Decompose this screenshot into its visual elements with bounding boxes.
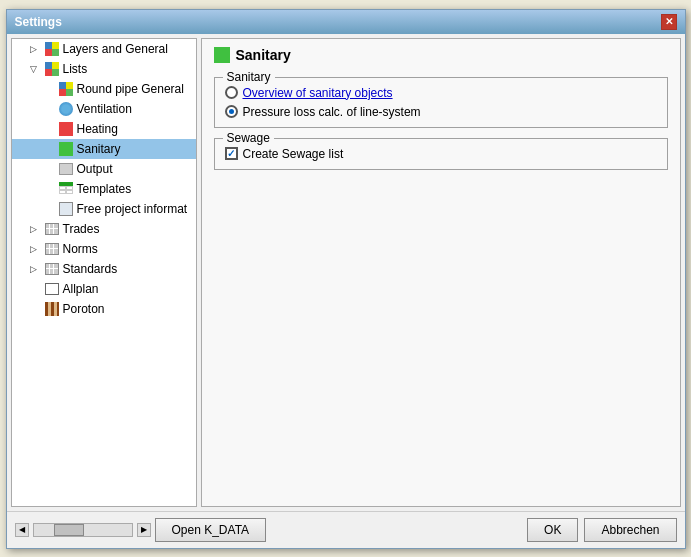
- title-bar: Settings ✕: [7, 10, 685, 34]
- tree-item-output[interactable]: Output: [12, 159, 196, 179]
- standards-icon: [44, 261, 60, 277]
- radio-pressure[interactable]: Pressure loss calc. of line-system: [225, 105, 657, 119]
- settings-dialog: Settings ✕ ▷ Layers and General ▽ Lists: [6, 9, 686, 549]
- tree-item-freeproject[interactable]: Free project informat: [12, 199, 196, 219]
- content-panel: Sanitary Sanitary Overview of sanitary o…: [201, 38, 681, 507]
- templates-icon: [58, 181, 74, 197]
- dialog-body: ▷ Layers and General ▽ Lists R: [7, 34, 685, 511]
- templates-label: Templates: [77, 182, 132, 196]
- sewage-group: Sewage Create Sewage list: [214, 138, 668, 170]
- trades-label: Trades: [63, 222, 100, 236]
- ventilation-label: Ventilation: [77, 102, 132, 116]
- open-kdata-button[interactable]: Open K_DATA: [155, 518, 267, 542]
- lists-label: Lists: [63, 62, 88, 76]
- close-button[interactable]: ✕: [661, 14, 677, 30]
- output-icon: [58, 161, 74, 177]
- dialog-footer: ◀ ▶ Open K_DATA OK Abbrechen: [7, 511, 685, 548]
- freeproject-icon: [58, 201, 74, 217]
- expand-icon-layers: ▷: [30, 44, 44, 54]
- expand-icon-norms: ▷: [30, 244, 44, 254]
- allplan-icon: [44, 281, 60, 297]
- radio-pressure-btn[interactable]: [225, 105, 238, 118]
- roundpipe-icon: [58, 81, 74, 97]
- radio-pressure-label: Pressure loss calc. of line-system: [243, 105, 421, 119]
- scroll-thumb[interactable]: [54, 524, 84, 536]
- output-label: Output: [77, 162, 113, 176]
- norms-label: Norms: [63, 242, 98, 256]
- radio-overview[interactable]: Overview of sanitary objects: [225, 86, 657, 100]
- tree-item-allplan[interactable]: Allplan: [12, 279, 196, 299]
- tree-panel: ▷ Layers and General ▽ Lists R: [11, 38, 197, 507]
- ventilation-icon: [58, 101, 74, 117]
- content-title-text: Sanitary: [236, 47, 291, 63]
- tree-item-norms[interactable]: ▷ Norms: [12, 239, 196, 259]
- radio-overview-btn[interactable]: [225, 86, 238, 99]
- cancel-button[interactable]: Abbrechen: [584, 518, 676, 542]
- sanitary-group: Sanitary Overview of sanitary objects Pr…: [214, 77, 668, 128]
- scrollbar-area: ◀ ▶ Open K_DATA: [15, 518, 267, 542]
- tree-item-layers[interactable]: ▷ Layers and General: [12, 39, 196, 59]
- tree-item-templates[interactable]: Templates: [12, 179, 196, 199]
- sewage-group-title: Sewage: [223, 131, 274, 145]
- poroton-label: Poroton: [63, 302, 105, 316]
- footer-buttons: OK Abbrechen: [527, 518, 676, 542]
- expand-icon-standards: ▷: [30, 264, 44, 274]
- dialog-title: Settings: [15, 15, 62, 29]
- heating-icon: [58, 121, 74, 137]
- scroll-right-btn[interactable]: ▶: [137, 523, 151, 537]
- tree-item-standards[interactable]: ▷ Standards: [12, 259, 196, 279]
- roundpipe-label: Round pipe General: [77, 82, 184, 96]
- ok-button[interactable]: OK: [527, 518, 578, 542]
- tree-item-roundpipe[interactable]: Round pipe General: [12, 79, 196, 99]
- expand-icon-trades: ▷: [30, 224, 44, 234]
- sanitary-label: Sanitary: [77, 142, 121, 156]
- trades-icon: [44, 221, 60, 237]
- heating-label: Heating: [77, 122, 118, 136]
- tree-item-lists[interactable]: ▽ Lists: [12, 59, 196, 79]
- sanitary-icon: [58, 141, 74, 157]
- layers-label: Layers and General: [63, 42, 168, 56]
- radio-overview-label: Overview of sanitary objects: [243, 86, 393, 100]
- expand-icon-lists: ▽: [30, 64, 44, 74]
- standards-label: Standards: [63, 262, 118, 276]
- scroll-track[interactable]: [33, 523, 133, 537]
- content-title-icon: [214, 47, 230, 63]
- tree-item-ventilation[interactable]: Ventilation: [12, 99, 196, 119]
- create-sewage-label: Create Sewage list: [243, 147, 344, 161]
- sanitary-group-title: Sanitary: [223, 70, 275, 84]
- poroton-icon: [44, 301, 60, 317]
- norms-icon: [44, 241, 60, 257]
- content-title-row: Sanitary: [214, 47, 668, 67]
- create-sewage-checkbox-row[interactable]: Create Sewage list: [225, 147, 657, 161]
- layers-icon: [44, 41, 60, 57]
- tree-item-sanitary[interactable]: Sanitary: [12, 139, 196, 159]
- tree-item-poroton[interactable]: Poroton: [12, 299, 196, 319]
- scroll-left-btn[interactable]: ◀: [15, 523, 29, 537]
- freeproject-label: Free project informat: [77, 202, 188, 216]
- tree-item-trades[interactable]: ▷ Trades: [12, 219, 196, 239]
- allplan-label: Allplan: [63, 282, 99, 296]
- create-sewage-checkbox[interactable]: [225, 147, 238, 160]
- lists-icon: [44, 61, 60, 77]
- tree-item-heating[interactable]: Heating: [12, 119, 196, 139]
